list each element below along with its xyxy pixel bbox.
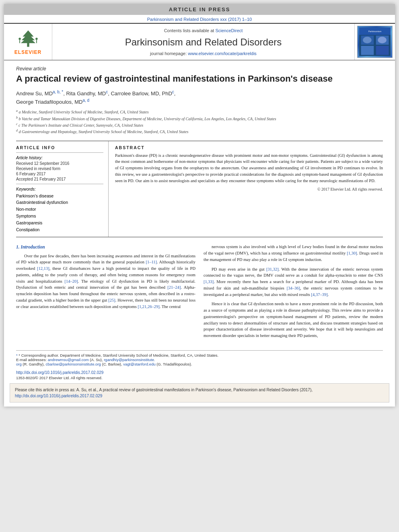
divider1	[16, 152, 103, 153]
footnote-area: * * Corresponding author. Department of …	[16, 350, 383, 368]
journal-header: ELSEVIER Contents lists available at Sci…	[4, 23, 395, 60]
svg-point-6	[35, 38, 37, 40]
right-para3: Hence it is clear that GI dysfunction ne…	[204, 301, 383, 339]
citation-box: Please cite this article in press as: A.…	[10, 383, 389, 403]
elsevier-logo-area: ELSEVIER	[4, 24, 52, 60]
affiliations: a a Medicine, Stanford University School…	[16, 109, 383, 135]
svg-point-4	[19, 38, 21, 40]
abstract-column: ABSTRACT Parkinson's disease (PD) is a c…	[109, 141, 383, 237]
journal-cover-area: Parkinsonism	[355, 24, 395, 60]
keyword-4: Symptoms	[16, 213, 103, 220]
accepted-date: Accepted 21 February 2017	[16, 177, 103, 181]
revised-date: 6 February 2017	[16, 172, 103, 176]
ref-1-21-26-29: [1,21,26–29]	[138, 304, 159, 309]
ref-25: [25]	[108, 298, 115, 302]
journal-title-area: Contents lists available at ScienceDirec…	[52, 24, 355, 60]
email-label: E-mail addresses:	[16, 357, 47, 362]
abstract-heading: ABSTRACT	[115, 145, 383, 150]
journal-cover-image: Parkinsonism	[357, 26, 393, 58]
keyword-6: Constipation	[16, 226, 103, 233]
keyword-2: Gastrointestinal dysfunction	[16, 199, 103, 206]
svg-text:Parkinsonism: Parkinsonism	[368, 30, 382, 33]
contents-text: Contents lists available at	[164, 28, 214, 33]
journal-ref-line: Parkinsonism and Related Disorders xxx (…	[4, 15, 395, 23]
ref-31-32: [31,32]	[266, 267, 279, 271]
banner-text: ARTICLE IN PRESS	[169, 6, 230, 12]
author4-name: George Triadafilopoulos, MD	[16, 99, 82, 105]
right-para1: nervous system is also involved with a h…	[204, 244, 383, 263]
keyword-5: Gastroparesis	[16, 220, 103, 226]
article-info-heading: ARTICLE INFO	[16, 145, 103, 150]
doi-line[interactable]: http://dx.doi.org/10.1016/j.parkreldis.2…	[16, 370, 383, 375]
affil-b: b b Vatche and Tamar Manoukian Division …	[16, 115, 383, 122]
received-date: Received 12 September 2016	[16, 161, 103, 166]
ref-4-37-39: [4,37–39]	[311, 292, 328, 297]
body-section: 1. Introduction Over the past few decade…	[16, 244, 383, 346]
ref-14-20: [14–20]	[64, 279, 78, 283]
elsevier-label: ELSEVIER	[14, 49, 41, 55]
sciencedirect-link[interactable]: ScienceDirect	[215, 28, 243, 33]
intro-para1: Over the past few decades, there has bee…	[16, 253, 195, 310]
elsevier-tree-icon	[14, 29, 42, 49]
keyword-1: Parkinson's disease	[16, 193, 103, 199]
article-in-press-banner: ARTICLE IN PRESS	[4, 4, 395, 15]
email-addresses: andrewmsu@gmail.com	[48, 357, 89, 362]
right-para2: PD may even arise in the gut [31,32]. Wi…	[204, 266, 383, 298]
cover-svg: Parkinsonism	[359, 26, 391, 58]
keywords-list: Parkinson's disease Gastrointestinal dys…	[16, 193, 103, 233]
affil-d: d d Gastroenterology and Hepatology, Sta…	[16, 128, 383, 135]
citation-prefix: Please cite this article in press as: A.…	[15, 388, 313, 392]
issn-line: 1353-8020/© 2017 Elsevier Ltd. All right…	[16, 376, 383, 380]
revised-label: Received in revised form	[16, 166, 103, 171]
article-type-label: Review article	[16, 66, 383, 72]
copyright-text: © 2017 Elsevier Ltd. All rights reserved…	[115, 187, 383, 191]
journal-ref-text: Parkinsonism and Related Disorders xxx (…	[147, 17, 252, 22]
body-col-left: 1. Introduction Over the past few decade…	[16, 244, 195, 342]
journal-title: Parkinsonism and Related Disorders	[125, 37, 282, 48]
footnote-corresponding: * * Corresponding author. Department of …	[16, 353, 383, 357]
author3-name: Carrolee Barlow, MD, PhD	[111, 90, 172, 97]
author1-sup: a, b, *	[53, 90, 63, 94]
main-content: Review article A practical review of gas…	[4, 60, 395, 350]
svg-rect-13	[361, 46, 374, 55]
article-title: A practical review of gastrointestinal m…	[16, 73, 383, 85]
ref-12-13: [12,13]	[37, 266, 49, 271]
author1-name: Andrew Su, MD	[16, 90, 53, 97]
contents-line: Contents lists available at ScienceDirec…	[164, 28, 243, 33]
svg-point-16	[378, 37, 387, 43]
divider2	[16, 184, 103, 184]
ref-1-30: [1,30]	[347, 251, 357, 255]
citation-doi-link[interactable]: http://dx.doi.org/10.1016/j.parkreldis.2…	[15, 394, 102, 398]
affil-c: c c The Parkinson's Institute and Clinic…	[16, 122, 383, 128]
ref-1-33: [1,33]	[204, 279, 214, 284]
footnote-emails: E-mail addresses: andrewmsu@gmail.com (A…	[16, 357, 383, 366]
journal-homepage: journal homepage: www.elsevier.com/locat…	[150, 51, 257, 56]
authors-line: Andrew Su, MDa, b, *, Rita Gandhy, MDc, …	[16, 89, 383, 107]
svg-point-15	[363, 37, 372, 43]
author2-name: Rita Gandhy, MD	[66, 90, 106, 97]
body-col-right: nervous system is also involved with a h…	[204, 244, 383, 342]
elsevier-box: ELSEVIER	[14, 29, 42, 55]
keyword-3: Non-motor	[16, 206, 103, 213]
keywords-label: Keywords:	[16, 187, 103, 191]
article-info-abstract-section: ARTICLE INFO Article history: Received 1…	[16, 141, 383, 238]
homepage-label: journal homepage:	[150, 51, 187, 56]
abstract-text: Parkinson's disease (PD) is a chronic ne…	[115, 152, 383, 184]
history-label: Article history:	[16, 155, 103, 160]
ref-1-11: [1–11]	[146, 260, 157, 264]
ref-34-36: [34–36]	[287, 286, 300, 290]
article-info-column: ARTICLE INFO Article history: Received 1…	[16, 141, 109, 237]
intro-heading: 1. Introduction	[16, 244, 195, 251]
affil-a: a a Medicine, Stanford University School…	[16, 109, 383, 115]
homepage-url[interactable]: www.elsevier.com/locate/parkreldis	[188, 51, 257, 56]
ref-21-24: [21–24]	[167, 285, 181, 290]
svg-rect-14	[376, 46, 389, 55]
author4-sup: a, d	[82, 98, 89, 103]
